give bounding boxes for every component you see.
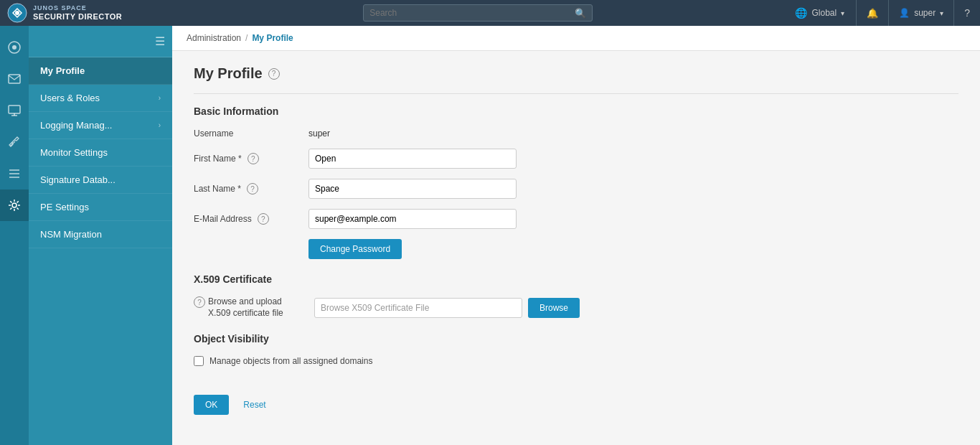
content-area: Administration / My Profile My Profile ?…: [172, 26, 980, 445]
sidebar-item-label: Logging Manag...: [40, 120, 112, 131]
certificate-row: ? Browse and upload X.509 certificate fi…: [194, 296, 958, 319]
basic-info-section-title: Basic Information: [194, 106, 958, 117]
app-name-text: JUNOS SPACE SECURITY DIRECTOR: [33, 5, 122, 21]
app-name-sub: SECURITY DIRECTOR: [33, 12, 122, 21]
sidebar-item-label: Monitor Settings: [40, 147, 108, 158]
bell-icon: 🔔: [867, 8, 878, 19]
search-input[interactable]: [369, 8, 570, 18]
sidebar-icon-settings[interactable]: [0, 189, 29, 221]
reset-button[interactable]: Reset: [235, 395, 274, 415]
section-divider: [194, 93, 958, 94]
sidebar-item-pe-settings[interactable]: PE Settings: [29, 194, 172, 221]
svg-rect-4: [9, 75, 20, 83]
page-title: My Profile: [194, 65, 263, 82]
first-name-field[interactable]: [308, 149, 517, 169]
manage-objects-checkbox[interactable]: [194, 356, 204, 366]
username-row: Username super: [194, 128, 958, 139]
certificate-label-col: ? Browse and upload X.509 certificate fi…: [194, 296, 308, 319]
help-button[interactable]: ?: [954, 0, 980, 26]
object-visibility-section: Object Visibility Manage objects from al…: [194, 333, 958, 366]
certificate-file-input[interactable]: Browse X509 Certificate File: [314, 298, 522, 318]
manage-objects-label: Manage objects from all assigned domains: [209, 356, 372, 366]
sidebar-item-nsm-migration[interactable]: NSM Migration: [29, 221, 172, 248]
first-name-label: First Name * ?: [194, 153, 308, 164]
manage-objects-row: Manage objects from all assigned domains: [194, 356, 958, 366]
chevron-right-icon: ›: [159, 121, 161, 129]
topbar: JUNOS SPACE SECURITY DIRECTOR 🔍 🌐 Global…: [0, 0, 980, 26]
sidebar-item-label: Users & Roles: [40, 93, 100, 103]
last-name-field[interactable]: [308, 179, 517, 199]
app-logo: JUNOS SPACE SECURITY DIRECTOR: [0, 3, 172, 23]
nav-sidebar: ☰ My Profile Users & Roles › Logging Man…: [29, 26, 172, 445]
icon-sidebar: [0, 26, 29, 445]
junos-logo-icon: [7, 3, 27, 23]
dashboard-icon: [8, 41, 21, 54]
last-name-label: Last Name * ?: [194, 183, 308, 195]
svg-point-3: [12, 45, 17, 50]
page-title-row: My Profile ?: [194, 65, 958, 82]
first-name-help-icon[interactable]: ?: [248, 153, 259, 164]
mail-icon: [8, 74, 21, 84]
sidebar-item-signature-db[interactable]: Signature Datab...: [29, 167, 172, 194]
breadcrumb-separator: /: [245, 33, 248, 43]
first-name-row: First Name * ?: [194, 149, 958, 169]
svg-rect-5: [9, 106, 20, 113]
sidebar-item-label: NSM Migration: [40, 229, 102, 240]
email-help-icon[interactable]: ?: [258, 213, 269, 225]
app-name-top: JUNOS SPACE: [33, 5, 122, 12]
sidebar-item-logging[interactable]: Logging Manag... ›: [29, 112, 172, 139]
sidebar-icon-dashboard[interactable]: [0, 32, 29, 63]
search-box[interactable]: 🔍: [363, 4, 593, 22]
file-placeholder-text: Browse X509 Certificate File: [321, 303, 429, 313]
change-password-row: Change Password: [194, 239, 958, 259]
sidebar-icon-mail[interactable]: [0, 63, 29, 95]
hamburger-icon[interactable]: ☰: [155, 34, 165, 48]
breadcrumb-admin: Administration: [187, 33, 241, 43]
topbar-right: 🌐 Global ▾ 🔔 👤 super ▾ ?: [783, 0, 980, 26]
main-layout: ☰ My Profile Users & Roles › Logging Man…: [0, 26, 980, 445]
last-name-help-icon[interactable]: ?: [247, 183, 258, 195]
certificate-section: X.509 Certificate ? Browse and upload X.…: [194, 273, 958, 319]
breadcrumb-current: My Profile: [252, 33, 293, 43]
sidebar-icon-monitor[interactable]: [0, 95, 29, 126]
search-icon: 🔍: [575, 8, 586, 19]
username-label: super: [914, 8, 936, 18]
question-icon: ?: [272, 70, 276, 78]
email-row: E-Mail Address ?: [194, 209, 958, 229]
tools-icon: [8, 136, 21, 149]
object-visibility-section-title: Object Visibility: [194, 333, 958, 345]
search-area: 🔍: [172, 4, 783, 22]
region-selector[interactable]: 🌐 Global ▾: [783, 0, 857, 26]
globe-icon: 🌐: [795, 7, 807, 19]
sidebar-item-label: PE Settings: [40, 202, 89, 212]
monitor-icon: [8, 105, 21, 116]
bottom-buttons: OK Reset: [194, 383, 958, 415]
change-password-button[interactable]: Change Password: [308, 239, 402, 259]
email-label: E-Mail Address ?: [194, 213, 308, 225]
svg-point-1: [15, 11, 19, 15]
page-help-icon[interactable]: ?: [268, 68, 280, 80]
user-menu-button[interactable]: 👤 super ▾: [889, 0, 954, 26]
svg-point-11: [12, 203, 17, 207]
sidebar-item-label: My Profile: [40, 65, 85, 76]
sidebar-icon-tools[interactable]: [0, 126, 29, 158]
email-field[interactable]: [308, 209, 517, 229]
gear-icon: [8, 199, 21, 212]
sidebar-item-label: Signature Datab...: [40, 174, 116, 185]
list-icon: [8, 169, 21, 179]
username-value: super: [308, 128, 330, 139]
notifications-button[interactable]: 🔔: [857, 0, 889, 26]
sidebar-item-my-profile[interactable]: My Profile: [29, 57, 172, 85]
username-label: Username: [194, 128, 308, 139]
user-icon: 👤: [899, 8, 910, 18]
cert-help-icon[interactable]: ?: [194, 296, 205, 308]
sidebar-icon-list[interactable]: [0, 158, 29, 189]
sidebar-item-users-roles[interactable]: Users & Roles ›: [29, 85, 172, 112]
region-label: Global: [811, 8, 837, 18]
sidebar-item-monitor-settings[interactable]: Monitor Settings: [29, 139, 172, 167]
ok-button[interactable]: OK: [194, 395, 229, 415]
chevron-right-icon: ›: [159, 94, 161, 102]
nav-sidebar-header: ☰: [29, 26, 172, 57]
page-content: My Profile ? Basic Information Username …: [172, 51, 980, 445]
browse-button[interactable]: Browse: [528, 298, 580, 318]
